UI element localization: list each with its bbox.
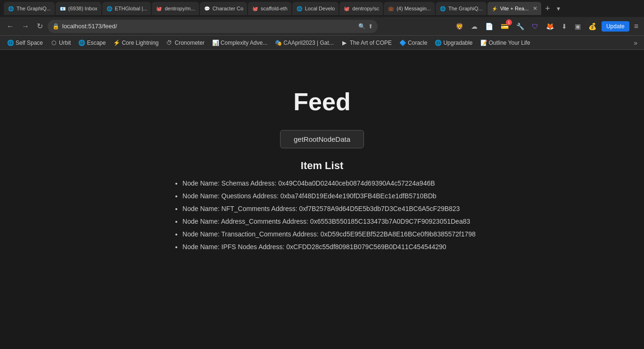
tab-icon-character: 💬 <box>204 5 210 12</box>
urbit-icon: ⬡ <box>50 40 57 46</box>
tab-graphiq-1[interactable]: 🌐 The GraphiQ... <box>4 2 55 15</box>
tab-icon-local-dev: 🌐 <box>296 5 303 12</box>
tab-graphiq-2[interactable]: 🌐 The GraphiQ... <box>436 2 487 15</box>
cloud-icon[interactable]: ☁ <box>469 21 480 32</box>
extension-icon-1[interactable]: 🔧 <box>514 21 527 32</box>
tab-dentropy-sc[interactable]: 🐙 dentropy/sc <box>339 2 383 15</box>
wallet-icon[interactable]: 💳1 <box>498 21 511 32</box>
tab-vite[interactable]: ⚡ Vite + Rea... ✕ <box>487 2 542 15</box>
bookmark-outline-your-life[interactable]: 📝 Outline Your Life <box>477 39 534 47</box>
back-button[interactable]: ← <box>4 20 17 32</box>
tab-icon-vite: ⚡ <box>491 5 498 12</box>
tab-label-ethglobal: ETHGlobal |... <box>115 6 148 11</box>
menu-button[interactable]: ≡ <box>632 20 640 32</box>
list-item: Node Name: Transaction_Comments Address:… <box>182 229 476 239</box>
bookmark-urbit[interactable]: ⬡ Urbit <box>47 39 74 47</box>
tab-messaging[interactable]: 💼 (4) Messagin... <box>384 2 435 15</box>
reload-button[interactable]: ↻ <box>34 20 46 32</box>
bookmark-label-self-space: Self Space <box>16 40 43 46</box>
list-item: Node Name: Questions Address: 0xba74f48D… <box>182 191 476 201</box>
bookmark-label-core-lightning: Core Lightning <box>122 40 158 46</box>
bookmark-label-escape: Escape <box>87 40 106 46</box>
list-item: Node Name: IPFS Nodes Address: 0xCFDD28c… <box>182 242 476 252</box>
update-button[interactable]: Update <box>602 21 629 32</box>
complexity-icon: 📊 <box>212 40 219 46</box>
bookmark-self-space[interactable]: 🌐 Self Space <box>4 39 46 47</box>
upgradable-icon: 🌐 <box>435 40 441 46</box>
caapril-icon: 🎭 <box>275 40 281 46</box>
search-icon: 🔍 <box>358 23 365 30</box>
tab-label-scaffold: scaffold-eth <box>261 6 288 11</box>
outline-your-life-icon: 📝 <box>480 40 487 46</box>
item-list: Node Name: Schemas Address: 0x49C04ba0D0… <box>168 179 476 255</box>
tab-bar: 🌐 The GraphiQ... 📧 (6938) Inbox 🌐 ETHGlo… <box>0 0 644 17</box>
download-icon[interactable]: ⬇ <box>559 21 570 32</box>
new-tab-button[interactable]: + <box>542 4 553 14</box>
page-content: Feed getRootNodeData Item List Node Name… <box>0 50 644 349</box>
coracle-icon: 🔷 <box>399 40 406 46</box>
forward-button[interactable]: → <box>19 20 32 32</box>
tab-dentropy-m[interactable]: 🐙 dentropy/m... <box>152 2 198 15</box>
tab-icon-scaffold: 🐙 <box>252 5 258 12</box>
get-root-node-data-button[interactable]: getRootNodeData <box>280 130 364 148</box>
toolbar: ← → ↻ 🔒 localhost:5173/feed/ 🔍 ⬆ 🦁 ☁ 📄 💳… <box>0 17 644 36</box>
art-of-cope-icon: ▶ <box>341 40 348 46</box>
tab-icon-1: 🌐 <box>8 5 14 12</box>
url-text: localhost:5173/feed/ <box>62 23 355 30</box>
tab-inbox[interactable]: 📧 (6938) Inbox <box>56 2 101 15</box>
extension-icon-3[interactable]: 🦊 <box>544 21 556 32</box>
bookmarks-overflow-button[interactable]: » <box>631 38 640 48</box>
escape-icon: 🌐 <box>78 40 85 46</box>
list-item: Node Name: NFT_Comments Address: 0xf7B25… <box>182 204 476 214</box>
bookmark-label-art-of-cope: The Art of COPE <box>350 40 392 46</box>
bookmark-label-cronometer: Cronometer <box>174 40 204 46</box>
bookmark-label-outline-your-life: Outline Your Life <box>489 40 530 46</box>
brave-shield-icon[interactable]: 🦁 <box>453 21 466 32</box>
address-bar[interactable]: 🔒 localhost:5173/feed/ 🔍 ⬆ <box>48 20 378 33</box>
bookmark-art-of-cope[interactable]: ▶ The Art of COPE <box>338 39 395 47</box>
bookmark-label-coracle: Coracle <box>408 40 427 46</box>
tab-local-dev[interactable]: 🌐 Local Develo <box>292 2 339 15</box>
bookmarks-bar: 🌐 Self Space ⬡ Urbit 🌐 Escape ⚡ Core Lig… <box>0 36 644 50</box>
bookmark-caapril[interactable]: 🎭 CAApril2023 | Gat... <box>272 39 337 47</box>
item-list-title: Item List <box>301 160 343 172</box>
sidebar-toggle-icon[interactable]: ▣ <box>572 21 583 32</box>
tab-icon-dentropy-m: 🐙 <box>156 5 162 12</box>
tab-icon-messaging: 💼 <box>388 5 394 12</box>
tab-label-1: The GraphiQ... <box>17 6 51 11</box>
tab-label-dentropy-m: dentropy/m... <box>165 6 195 11</box>
page-title: Feed <box>293 88 350 116</box>
tab-scaffold[interactable]: 🐙 scaffold-eth <box>248 2 291 15</box>
tab-icon-dentropy-sc: 🐙 <box>343 5 350 12</box>
tab-label-character: Character Co <box>213 6 243 11</box>
tab-label-local-dev: Local Develo <box>305 6 335 11</box>
tab-label-vite: Vite + Rea... <box>500 6 529 11</box>
bookmark-coracle[interactable]: 🔷 Coracle <box>396 39 430 47</box>
tab-close-vite[interactable]: ✕ <box>533 5 537 12</box>
tab-label-graphiq-2: The GraphiQ... <box>448 6 483 11</box>
bookmark-upgradable[interactable]: 🌐 Upgradable <box>431 39 476 47</box>
tab-label-inbox: (6938) Inbox <box>68 6 98 11</box>
core-lightning-icon: ⚡ <box>113 40 120 46</box>
list-item: Node Name: Schemas Address: 0x49C04ba0D0… <box>182 179 476 188</box>
tab-overflow-button[interactable]: ▾ <box>554 5 563 12</box>
bookmark-label-upgradable: Upgradable <box>443 40 472 46</box>
crypto-wallet-icon[interactable]: 💰 <box>586 21 599 32</box>
bookmark-label-caapril: CAApril2023 | Gat... <box>283 40 334 46</box>
tab-icon-ethglobal: 🌐 <box>106 5 113 12</box>
extension-icon-2[interactable]: 🛡 <box>529 21 541 32</box>
tab-character[interactable]: 💬 Character Co <box>200 2 247 15</box>
tab-icon-inbox: 📧 <box>59 5 66 12</box>
bookmark-escape[interactable]: 🌐 Escape <box>75 39 109 47</box>
bookmark-complexity[interactable]: 📊 Complexity Adve... <box>209 39 271 47</box>
list-item: Node Name: Address_Comments Address: 0x6… <box>182 217 476 227</box>
bookmark-label-urbit: Urbit <box>59 40 71 46</box>
reader-icon[interactable]: 📄 <box>483 21 495 32</box>
bookmark-cronometer[interactable]: ⏱ Cronometer <box>163 39 207 47</box>
tab-ethglobal[interactable]: 🌐 ETHGlobal |... <box>102 2 151 15</box>
cronometer-icon: ⏱ <box>166 40 173 46</box>
toolbar-icons: 🦁 ☁ 📄 💳1 🔧 🛡 🦊 ⬇ ▣ 💰 Update ≡ <box>453 20 640 32</box>
bookmark-core-lightning[interactable]: ⚡ Core Lightning <box>110 39 162 47</box>
bookmark-label-complexity: Complexity Adve... <box>221 40 267 46</box>
lock-icon: 🔒 <box>52 23 59 30</box>
